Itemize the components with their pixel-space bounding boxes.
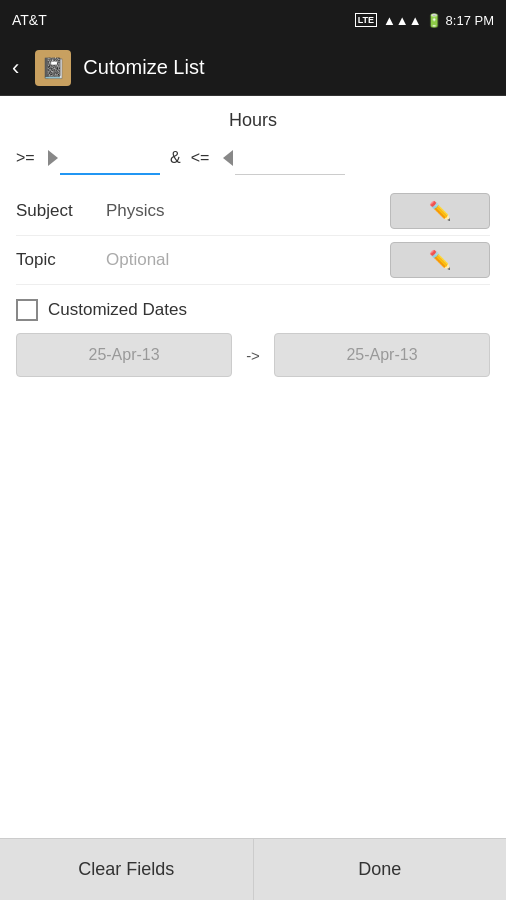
lte-label: <= bbox=[191, 149, 221, 167]
end-date-value: 25-Apr-13 bbox=[346, 346, 417, 364]
subject-value: Physics bbox=[106, 201, 390, 221]
customized-dates-label: Customized Dates bbox=[48, 300, 187, 320]
lte-arrow-icon bbox=[223, 150, 233, 166]
back-icon[interactable]: ‹ bbox=[12, 55, 19, 81]
subject-edit-icon: ✏️ bbox=[429, 200, 451, 222]
start-date-value: 25-Apr-13 bbox=[88, 346, 159, 364]
app-icon: 📓 bbox=[35, 50, 71, 86]
status-bar: AT&T LTE ▲▲▲ 🔋 8:17 PM bbox=[0, 0, 506, 40]
dates-arrow-icon: -> bbox=[232, 347, 274, 364]
time-label: 8:17 PM bbox=[446, 13, 494, 28]
dates-checkbox-row: Customized Dates bbox=[16, 299, 490, 321]
customized-dates-checkbox[interactable] bbox=[16, 299, 38, 321]
end-date-button[interactable]: 25-Apr-13 bbox=[274, 333, 490, 377]
lte-icon: LTE bbox=[355, 13, 377, 27]
dates-section: Customized Dates 25-Apr-13 -> 25-Apr-13 bbox=[0, 289, 506, 387]
carrier-label: AT&T bbox=[12, 12, 47, 28]
subject-edit-button[interactable]: ✏️ bbox=[390, 193, 490, 229]
ampersand-label: & bbox=[170, 149, 181, 167]
topic-edit-button[interactable]: ✏️ bbox=[390, 242, 490, 278]
topic-label: Topic bbox=[16, 250, 106, 270]
hours-title: Hours bbox=[16, 110, 490, 131]
subject-label: Subject bbox=[16, 201, 106, 221]
field-section: Subject Physics ✏️ Topic Optional ✏️ bbox=[0, 183, 506, 289]
clear-fields-button[interactable]: Clear Fields bbox=[0, 839, 254, 900]
hours-row: >= & <= bbox=[16, 141, 490, 175]
gte-label: >= bbox=[16, 149, 46, 167]
app-icon-emoji: 📓 bbox=[41, 56, 66, 80]
topic-row: Topic Optional ✏️ bbox=[16, 236, 490, 285]
signal-icon: ▲▲▲ bbox=[383, 13, 422, 28]
start-date-button[interactable]: 25-Apr-13 bbox=[16, 333, 232, 377]
topic-value: Optional bbox=[106, 250, 390, 270]
main-content: Hours >= & <= Subject Physics ✏️ Topic O… bbox=[0, 96, 506, 387]
done-button[interactable]: Done bbox=[254, 839, 507, 900]
hours-gte-input[interactable] bbox=[60, 141, 160, 175]
page-title: Cutomize List bbox=[83, 56, 204, 79]
title-bar: ‹ 📓 Cutomize List bbox=[0, 40, 506, 96]
bottom-bar: Clear Fields Done bbox=[0, 838, 506, 900]
battery-icon: 🔋 bbox=[426, 13, 442, 28]
status-icons: LTE ▲▲▲ 🔋 8:17 PM bbox=[355, 13, 494, 28]
subject-row: Subject Physics ✏️ bbox=[16, 187, 490, 236]
done-label: Done bbox=[358, 859, 401, 880]
gte-arrow-icon bbox=[48, 150, 58, 166]
dates-row: 25-Apr-13 -> 25-Apr-13 bbox=[16, 333, 490, 377]
clear-fields-label: Clear Fields bbox=[78, 859, 174, 880]
hours-section: Hours >= & <= bbox=[0, 96, 506, 183]
topic-edit-icon: ✏️ bbox=[429, 249, 451, 271]
hours-lte-input[interactable] bbox=[235, 141, 345, 175]
